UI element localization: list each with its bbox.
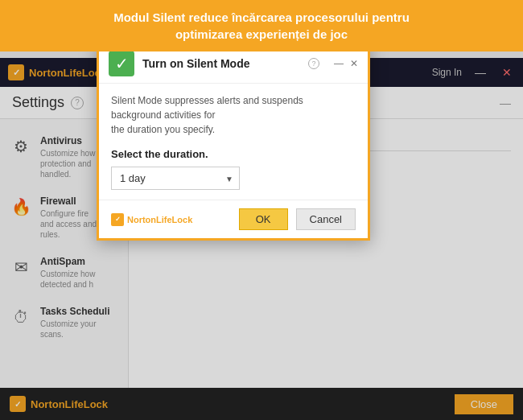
dialog-check-icon: ✓ [109, 51, 134, 76]
dialog-minimize-button[interactable]: — [334, 58, 344, 69]
dialog-footer: ✓ NortonLifeLock OK Cancel [99, 200, 368, 238]
dialog-win-controls: — ✕ [334, 58, 358, 69]
norton-shield-dialog-icon: ✓ [111, 213, 124, 226]
dialog-help-icon[interactable]: ? [308, 58, 319, 69]
dialog-select-label: Select the duration. [111, 148, 356, 160]
dialog-title: Turn on Silent Mode [142, 57, 296, 70]
dialog-select-wrapper: 1 day 2 days 3 days Always ▼ [111, 167, 240, 190]
dialog-ok-button[interactable]: OK [239, 208, 288, 230]
dialog-description: Silent Mode suppresses alerts and suspen… [111, 93, 356, 137]
tooltip-text: Modul Silent reduce încărcarea procesoru… [113, 10, 410, 41]
footer-brand: NortonLifeLock [127, 215, 192, 224]
dialog-body: Silent Mode suppresses alerts and suspen… [99, 84, 368, 200]
dialog-close-button[interactable]: ✕ [350, 58, 358, 69]
dialog-cancel-button[interactable]: Cancel [296, 208, 356, 230]
tooltip-banner: Modul Silent reduce încărcarea procesoru… [0, 0, 523, 51]
duration-select[interactable]: 1 day 2 days 3 days Always [111, 167, 240, 190]
dialog-footer-logo: ✓ NortonLifeLock [111, 213, 192, 226]
silent-mode-dialog: ✓ Turn on Silent Mode ? — ✕ Silent Mode … [97, 40, 370, 241]
